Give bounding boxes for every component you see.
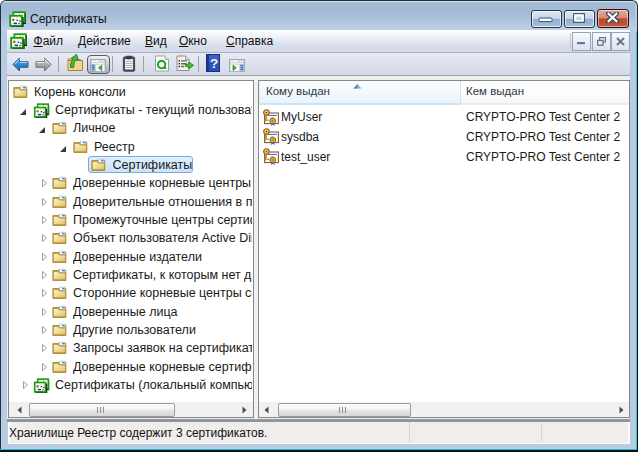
svg-text:?: ? [210,56,218,71]
